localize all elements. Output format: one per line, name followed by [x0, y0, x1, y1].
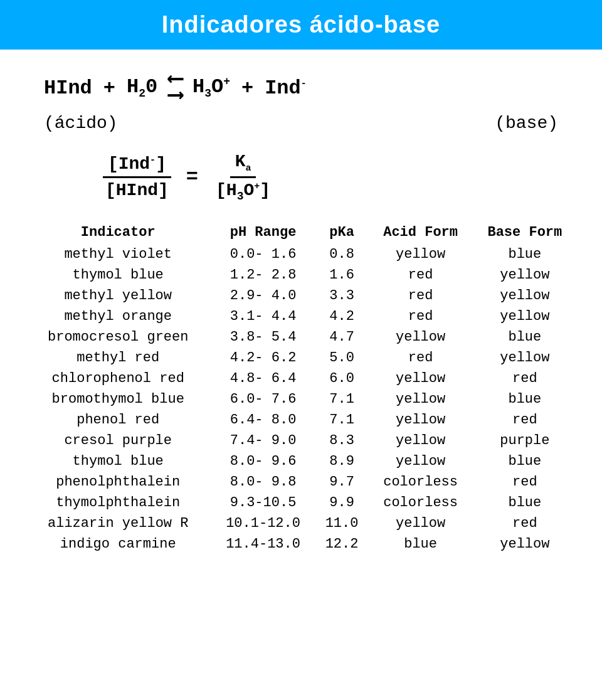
table-row: methyl violet0.0- 1.60.8yellowblue — [25, 244, 577, 265]
cell-12-4: blue — [473, 492, 577, 513]
table-row: bromocresol green3.8- 5.44.7yellowblue — [25, 327, 577, 347]
fraction-ka: Ka — [230, 152, 256, 178]
cell-9-1: 7.4- 9.0 — [211, 430, 315, 451]
cell-6-0: chlorophenol red — [25, 368, 211, 389]
cell-3-2: 4.2 — [315, 306, 369, 327]
cell-9-4: purple — [473, 430, 577, 451]
equation-row: HInd + H20 ⟵ ⟶ H3O+ + Ind- — [25, 62, 577, 114]
cell-14-4: yellow — [473, 534, 577, 554]
fraction-denominator: [HInd] — [100, 178, 174, 200]
equation-labels: (ácido) (base) — [25, 114, 577, 133]
fraction-right: Ka [H3O+] — [211, 152, 275, 202]
cell-2-0: methyl yellow — [25, 285, 211, 306]
cell-13-0: alizarin yellow R — [25, 513, 211, 534]
cell-0-4: blue — [473, 244, 577, 265]
cell-4-2: 4.7 — [315, 327, 369, 347]
table-row: phenolphthalein8.0- 9.89.7colorlessred — [25, 472, 577, 492]
cell-12-2: 9.9 — [315, 492, 369, 513]
cell-11-1: 8.0- 9.8 — [211, 472, 315, 492]
cell-1-2: 1.6 — [315, 265, 369, 285]
table-row: thymol blue1.2- 2.81.6redyellow — [25, 265, 577, 285]
header-row: Indicator pH Range pKa Acid Form Base Fo… — [25, 221, 577, 244]
col-acid-form: Acid Form — [369, 221, 473, 244]
cell-7-0: bromothymol blue — [25, 389, 211, 410]
cell-8-2: 7.1 — [315, 410, 369, 430]
eq-hind: HInd — [44, 77, 92, 100]
cell-6-1: 4.8- 6.4 — [211, 368, 315, 389]
cell-0-3: yellow — [369, 244, 473, 265]
cell-10-1: 8.0- 9.6 — [211, 451, 315, 472]
table-row: thymol blue8.0- 9.68.9yellowblue — [25, 451, 577, 472]
cell-10-2: 8.9 — [315, 451, 369, 472]
col-ph-range: pH Range — [211, 221, 315, 244]
cell-7-3: yellow — [369, 389, 473, 410]
cell-6-4: red — [473, 368, 577, 389]
eq-h2o: H20 — [127, 75, 157, 100]
eq-plus2: + — [241, 77, 253, 100]
cell-1-3: red — [369, 265, 473, 285]
cell-12-0: thymolphthalein — [25, 492, 211, 513]
cell-1-4: yellow — [473, 265, 577, 285]
cell-3-3: red — [369, 306, 473, 327]
cell-12-3: colorless — [369, 492, 473, 513]
cell-14-0: indigo carmine — [25, 534, 211, 554]
col-pka: pKa — [315, 221, 369, 244]
cell-5-2: 5.0 — [315, 347, 369, 368]
indicator-table: Indicator pH Range pKa Acid Form Base Fo… — [25, 221, 577, 554]
label-base: (base) — [495, 114, 558, 133]
cell-5-1: 4.2- 6.2 — [211, 347, 315, 368]
eq-plus1: + — [103, 77, 115, 100]
cell-14-1: 11.4-13.0 — [211, 534, 315, 554]
cell-14-2: 12.2 — [315, 534, 369, 554]
equation-section: HInd + H20 ⟵ ⟶ H3O+ + Ind- (ácido) (base… — [25, 62, 577, 133]
cell-2-1: 2.9- 4.0 — [211, 285, 315, 306]
cell-5-0: methyl red — [25, 347, 211, 368]
cell-4-0: bromocresol green — [25, 327, 211, 347]
table-row: indigo carmine11.4-13.012.2blueyellow — [25, 534, 577, 554]
cell-12-1: 9.3-10.5 — [211, 492, 315, 513]
cell-11-3: colorless — [369, 472, 473, 492]
table-row: alizarin yellow R10.1-12.011.0yellowred — [25, 513, 577, 534]
cell-2-2: 3.3 — [315, 285, 369, 306]
table-row: methyl yellow2.9- 4.03.3redyellow — [25, 285, 577, 306]
cell-14-3: blue — [369, 534, 473, 554]
fraction-section: [Ind-] [HInd] = Ka [H3O+] — [25, 146, 577, 208]
table-row: thymolphthalein9.3-10.59.9colorlessblue — [25, 492, 577, 513]
table-header: Indicator pH Range pKa Acid Form Base Fo… — [25, 221, 577, 244]
col-indicator: Indicator — [25, 221, 211, 244]
cell-9-0: cresol purple — [25, 430, 211, 451]
cell-3-4: yellow — [473, 306, 577, 327]
cell-8-1: 6.4- 8.0 — [211, 410, 315, 430]
cell-1-1: 1.2- 2.8 — [211, 265, 315, 285]
eq-ind-minus: Ind- — [265, 77, 307, 100]
table-row: bromothymol blue6.0- 7.67.1yellowblue — [25, 389, 577, 410]
cell-4-1: 3.8- 5.4 — [211, 327, 315, 347]
cell-4-3: yellow — [369, 327, 473, 347]
cell-0-0: methyl violet — [25, 244, 211, 265]
cell-3-0: methyl orange — [25, 306, 211, 327]
cell-10-0: thymol blue — [25, 451, 211, 472]
fraction-equals: = — [186, 166, 198, 189]
fraction-left: [Ind-] [HInd] — [100, 154, 174, 200]
cell-3-1: 3.1- 4.4 — [211, 306, 315, 327]
page-header: Indicadores ácido-base — [0, 0, 602, 50]
cell-11-2: 9.7 — [315, 472, 369, 492]
cell-11-4: red — [473, 472, 577, 492]
cell-9-3: yellow — [369, 430, 473, 451]
cell-1-0: thymol blue — [25, 265, 211, 285]
label-acido: (ácido) — [44, 114, 118, 133]
cell-5-3: red — [369, 347, 473, 368]
eq-arrow: ⟵ ⟶ — [169, 68, 181, 107]
cell-8-4: red — [473, 410, 577, 430]
fraction-numerator: [Ind-] — [103, 154, 171, 178]
table-row: chlorophenol red4.8- 6.46.0yellowred — [25, 368, 577, 389]
table-row: methyl orange3.1- 4.44.2redyellow — [25, 306, 577, 327]
cell-11-0: phenolphthalein — [25, 472, 211, 492]
cell-10-3: yellow — [369, 451, 473, 472]
page-title: Indicadores ácido-base — [162, 11, 440, 38]
col-base-form: Base Form — [473, 221, 577, 244]
indicator-table-section: Indicator pH Range pKa Acid Form Base Fo… — [25, 221, 577, 554]
cell-13-1: 10.1-12.0 — [211, 513, 315, 534]
cell-9-2: 8.3 — [315, 430, 369, 451]
table-row: cresol purple7.4- 9.08.3yellowpurple — [25, 430, 577, 451]
